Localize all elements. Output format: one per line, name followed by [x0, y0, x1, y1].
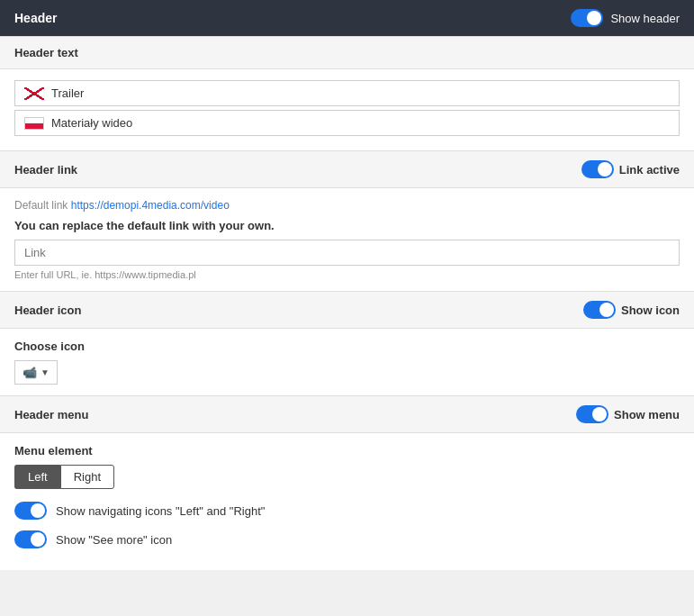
header-text-section-header: Header text	[0, 36, 694, 69]
header-menu-title: Header menu	[14, 408, 88, 421]
show-see-more-row: Show "See more" icon	[14, 530, 680, 548]
header-icon-section-header: Header icon Show icon	[0, 291, 694, 329]
tab-left[interactable]: Left	[14, 465, 60, 489]
header-link-section-header: Header link Link active	[0, 150, 694, 188]
menu-element-label: Menu element	[14, 444, 680, 457]
link-input[interactable]	[14, 240, 680, 266]
link-active-toggle-group: Link active	[581, 160, 680, 178]
header-menu-section: Header menu Show menu Menu element Left …	[0, 395, 694, 570]
top-bar: Header Show header	[0, 0, 694, 36]
header-menu-body: Menu element Left Right Show navigating …	[0, 433, 694, 570]
show-header-toggle-group: Show header	[571, 9, 680, 27]
chevron-down-icon: ▼	[41, 367, 50, 377]
default-link-row: Default link https://demopi.4media.com/v…	[14, 199, 680, 212]
header-text-section: Header text Trailer Materiały wideo	[0, 36, 694, 150]
link-active-label: Link active	[619, 163, 680, 177]
header-link-section: Header link Link active Default link htt…	[0, 150, 694, 291]
show-nav-icons-toggle[interactable]	[14, 502, 47, 520]
show-header-label: Show header	[610, 12, 680, 25]
menu-element-tabs: Left Right	[14, 465, 680, 489]
show-icon-label: Show icon	[621, 303, 680, 317]
header-menu-section-header: Header menu Show menu	[0, 395, 694, 433]
lang-pl-value[interactable]: Materiały wideo	[51, 116, 132, 130]
default-link-url[interactable]: https://demopi.4media.com/video	[71, 199, 230, 212]
lang-uk-value[interactable]: Trailer	[51, 86, 84, 100]
tab-right[interactable]: Right	[60, 465, 114, 489]
link-active-toggle[interactable]	[581, 160, 614, 178]
header-link-body: Default link https://demopi.4media.com/v…	[0, 188, 694, 291]
show-menu-toggle[interactable]	[576, 405, 608, 423]
lang-row-uk: Trailer	[14, 80, 680, 106]
show-see-more-label: Show "See more" icon	[56, 533, 172, 547]
show-see-more-toggle[interactable]	[14, 530, 47, 548]
show-nav-icons-row: Show navigating icons "Left" and "Right"	[14, 502, 680, 520]
header-text-body: Trailer Materiały wideo	[0, 69, 694, 150]
header-icon-title: Header icon	[14, 303, 81, 317]
lang-row-pl: Materiały wideo	[14, 110, 680, 136]
link-hint: Enter full URL, ie. https://www.tipmedia…	[14, 269, 680, 280]
header-icon-body: Choose icon 📹 ▼	[0, 329, 694, 395]
page-title: Header	[14, 11, 57, 25]
show-header-toggle[interactable]	[571, 9, 603, 27]
icon-picker-button[interactable]: 📹 ▼	[14, 360, 58, 385]
flag-pl-icon	[24, 117, 44, 130]
header-link-title: Header link	[14, 163, 77, 177]
video-camera-icon: 📹	[23, 366, 37, 379]
show-menu-toggle-group: Show menu	[576, 405, 680, 423]
show-icon-toggle[interactable]	[583, 301, 616, 319]
header-icon-section: Header icon Show icon Choose icon 📹 ▼	[0, 291, 694, 395]
choose-icon-label: Choose icon	[14, 340, 680, 353]
default-link-prefix: Default link	[14, 199, 68, 212]
replace-label: You can replace the default link with yo…	[14, 219, 680, 232]
flag-uk-icon	[24, 87, 44, 100]
show-menu-label: Show menu	[614, 408, 680, 421]
show-nav-icons-label: Show navigating icons "Left" and "Right"	[56, 504, 265, 518]
show-icon-toggle-group: Show icon	[583, 301, 680, 319]
header-text-title: Header text	[14, 46, 78, 59]
